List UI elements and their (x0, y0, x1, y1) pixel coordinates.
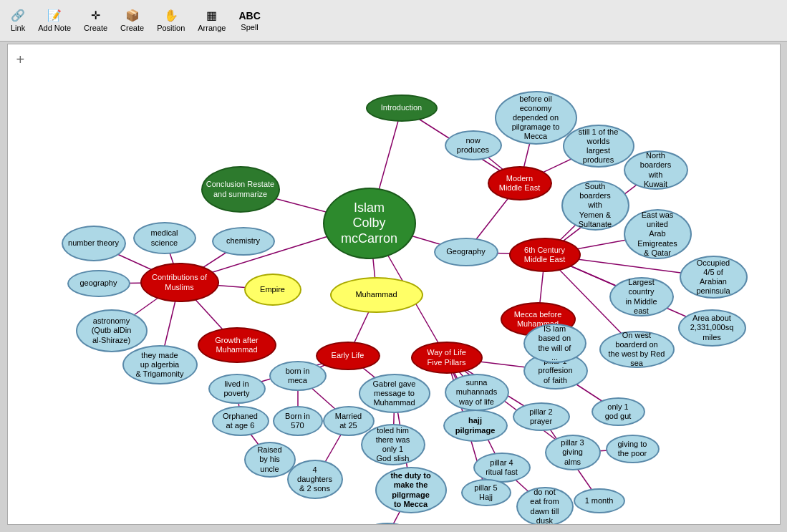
node-born_570[interactable]: Born in570 (273, 406, 323, 436)
create1-icon: ✛ (91, 9, 100, 22)
node-only1god[interactable]: only 1god gut (592, 397, 645, 426)
node-chemistry[interactable]: chemistry (212, 227, 275, 256)
node-astronomy[interactable]: astronomy(Qutb alDinal-Shiraze) (76, 309, 148, 352)
node-gabriel[interactable]: Gabrel gavemessage toMuhammad (359, 374, 430, 413)
node-conclusion[interactable]: Conclusion Restate and summarize (201, 166, 280, 213)
node-on_west[interactable]: On westboarderd onthe west by Red sea (599, 331, 675, 368)
node-pillar5[interactable]: pillar 5Hajj (461, 479, 511, 506)
node-1_month[interactable]: 1 month (574, 488, 625, 513)
node-north_boarders[interactable]: NorthboarderswithKuwait (624, 150, 688, 190)
node-occupied[interactable]: Occupied4/5 ofArabianpeninsula (680, 256, 748, 299)
node-algebra[interactable]: they madeup algerbia& Trigamonity (122, 345, 198, 385)
node-pillar2[interactable]: pillar 2prayer (513, 402, 570, 431)
node-introduction[interactable]: Introduction (366, 95, 438, 122)
node-muhammad[interactable]: Muhammad (330, 277, 423, 313)
node-south_boarders[interactable]: SouthboarderswithYemen &Sultanate (561, 180, 629, 231)
node-pillar4[interactable]: pillar 4ritual fast (473, 453, 531, 483)
toolbar: 🔗 Link 📝 Add Note ✛ Create 📦 Create ✋ Po… (0, 0, 787, 42)
node-before_oil[interactable]: before oileconomydepended onpilgramage t… (495, 91, 577, 145)
node-orphaned[interactable]: Orphanedat age 6 (212, 406, 269, 436)
link-icon: 🔗 (11, 9, 25, 22)
spell-icon: ABC (238, 10, 260, 21)
node-1_in_life[interactable]: 1 in life (362, 523, 412, 525)
node-east_was[interactable]: East wasunitedArabEmigreates& Qatar (624, 209, 692, 259)
node-6th_century[interactable]: 6th CenturyMiddle East (509, 238, 581, 272)
node-hajj[interactable]: hajjpilgrimage (443, 410, 508, 442)
toolbar-create2[interactable]: 📦 Create (120, 9, 144, 32)
toolbar-spell[interactable]: ABC Spell (238, 10, 260, 32)
node-empire[interactable]: Empire (244, 274, 301, 306)
node-raised_uncle[interactable]: Raisedby hisuncle (244, 442, 296, 478)
node-married_25[interactable]: Marriedat 25 (323, 406, 375, 436)
node-lived_poverty[interactable]: lived inpoverty (208, 374, 266, 404)
node-4daughters[interactable]: 4daughters& 2 sons (287, 460, 343, 499)
node-sunna[interactable]: sunnamuhannadsway of life (445, 374, 509, 411)
toolbar-create1[interactable]: ✛ Create (84, 9, 107, 32)
node-geography[interactable]: Geography (434, 238, 498, 266)
toolbar-arrange[interactable]: ▦ Arrange (198, 9, 226, 32)
node-do_not_eat[interactable]: do noteat fromdawn tilldusk (516, 487, 574, 525)
node-pillar3[interactable]: pillar 3givingalms (545, 435, 601, 470)
arrange-icon: ▦ (206, 9, 217, 22)
toolbar-position[interactable]: ✋ Position (157, 9, 185, 32)
node-growth_after[interactable]: Growth after Muhammad (198, 327, 276, 363)
node-born_meca[interactable]: born inmeca (269, 361, 327, 391)
node-told_1god[interactable]: toled himthere wasonly 1God slish (361, 424, 425, 465)
toolbar-addnote[interactable]: 📝 Add Note (38, 9, 71, 32)
node-early_life[interactable]: Early Life (316, 342, 380, 370)
node-duty_pilgrimage[interactable]: the duty tomake thepilgrmageto Mecca (375, 467, 447, 513)
node-contributions[interactable]: Contributions of Muslims (140, 263, 219, 302)
toolbar-link[interactable]: 🔗 Link (11, 9, 25, 32)
node-islam_based[interactable]: IS lambased onthe will of... (523, 324, 586, 363)
canvas: + IslamColbymcCarronIntroductionConclusi… (7, 44, 781, 525)
addnote-icon: 📝 (47, 9, 62, 22)
node-area_about[interactable]: Area about2,331,000sqmiles (678, 309, 746, 347)
node-largest_country[interactable]: Largestcountryin Middleeast (609, 277, 674, 316)
node-islam[interactable]: IslamColbymcCarron (323, 188, 416, 259)
node-way_of_life[interactable]: Way of LifeFive Pillars (411, 342, 483, 374)
node-still_1_of[interactable]: still 1 of theworldslargestprodures (563, 125, 634, 168)
node-giving_poor[interactable]: giving tothe poor (606, 435, 660, 463)
node-medical_science[interactable]: medical science (133, 222, 196, 254)
plus-icon: + (16, 52, 25, 68)
create2-icon: 📦 (125, 9, 140, 22)
position-icon: ✋ (164, 9, 178, 22)
node-geography_node[interactable]: geography (67, 270, 130, 297)
node-number_theory[interactable]: number theory (62, 226, 126, 261)
node-modern_middle_east[interactable]: ModernMiddle East (488, 166, 552, 200)
node-now_produces[interactable]: nowproduces (445, 130, 502, 160)
